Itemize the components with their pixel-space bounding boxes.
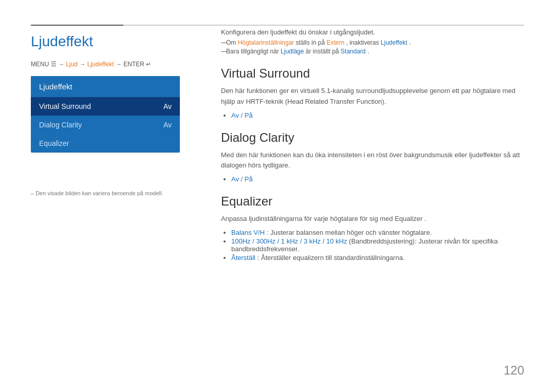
menu-panel-header: Ljudeffekt [31, 76, 180, 97]
top-bar-light-segment [123, 25, 524, 26]
intro-note2-pre: Bara tillgängligt när [226, 48, 281, 55]
menu-icon: ☰ [51, 61, 57, 68]
equalizer-bullet-balans: Balans V/H : Justerar balansen mellan hö… [231, 229, 524, 236]
intro-note2-mid: är inställt på [306, 48, 341, 55]
equalizer-bullet-aterstall: Återställ : Återställer equalizern till … [231, 254, 524, 262]
dialog-clarity-bullet1: Av / På [231, 175, 524, 183]
intro-note1: Om Högtalarinställningar ställs in på Ex… [221, 39, 524, 46]
equalizer-bullets: Balans V/H : Justerar balansen mellan hö… [221, 229, 524, 262]
intro-note2-link2: Standard [341, 48, 366, 55]
dialog-clarity-bullets: Av / På [221, 175, 524, 183]
content-area: Konfigurera den ljudeffekt du önskar i u… [221, 28, 524, 265]
dialog-clarity-av-pa: Av / På [231, 175, 253, 183]
enter-label: ENTER [123, 61, 146, 68]
menu-note: – Den visade bilden kan variera beroende… [31, 190, 163, 196]
menu-label: MENU [31, 61, 51, 68]
intro-note1-mid: ställs in på [295, 39, 326, 46]
equalizer-desc-end: . [424, 215, 427, 222]
balans-text: : Justerar balansen mellan höger och vän… [267, 229, 432, 236]
virtual-surround-bullets: Av / På [221, 111, 524, 119]
aterstall-text: : Återställer equalizern till standardin… [257, 254, 405, 262]
intro-note1-post: , inaktiveras [346, 39, 380, 46]
arrow-3: → [116, 61, 123, 68]
intro-note1-pre: Om [226, 39, 238, 46]
dialog-clarity-title: Dialog Clarity [221, 130, 524, 145]
intro-note1-link1: Högtalarinställningar [238, 39, 294, 46]
intro-note1-link3: Ljudeffekt [381, 39, 408, 46]
arrow-2: → [79, 61, 87, 68]
menu-item-value: Av [163, 102, 172, 110]
balans-link: Balans V/H [231, 229, 265, 236]
page-number: 120 [504, 363, 524, 378]
breadcrumb: MENU ☰ → Ljud → Ljudeffekt → ENTER ↵ [31, 61, 151, 68]
virtual-surround-desc: Den här funktionen ger en virtuell 5.1-k… [221, 86, 524, 107]
aterstall-link: Återställ [231, 254, 255, 262]
equalizer-title: Equalizer [221, 194, 524, 209]
menu-panel: Ljudeffekt Virtual Surround Av Dialog Cl… [31, 76, 180, 153]
intro-note2-link1: Ljudläge [281, 48, 304, 55]
virtual-surround-av-pa: Av / På [231, 111, 253, 119]
arrow-1: → [58, 61, 66, 68]
virtual-surround-title: Virtual Surround [221, 66, 524, 81]
top-bar-dark-segment [31, 25, 123, 26]
intro-note2-end: . [367, 48, 369, 55]
dialog-clarity-desc: Med den här funktionen kan du öka intens… [221, 150, 524, 172]
menu-item-label: Virtual Surround [39, 102, 91, 110]
equalizer-desc: Anpassa ljudinställningarna för varje hö… [221, 214, 524, 225]
freq-link: 100Hz / 300Hz / 1 kHz / 3 kHz / 10 kHz [231, 237, 347, 245]
intro-note2: Bara tillgängligt när Ljudläge är instäl… [221, 48, 524, 55]
intro-line1: Konfigurera den ljudeffekt du önskar i u… [221, 28, 524, 36]
equalizer-bullet-freq: 100Hz / 300Hz / 1 kHz / 3 kHz / 10 kHz (… [231, 237, 524, 253]
menu-item-dialog-clarity[interactable]: Dialog Clarity Av [31, 116, 180, 134]
equalizer-desc-link: Equalizer [395, 215, 422, 222]
page-title: Ljudeffekt [31, 33, 93, 50]
menu-item-equalizer[interactable]: Equalizer [31, 134, 180, 153]
ljudeffekt-link[interactable]: Ljudeffekt [87, 61, 114, 68]
intro-note1-end: . [409, 39, 411, 46]
menu-item-label: Dialog Clarity [39, 121, 82, 129]
menu-item-value: Av [163, 121, 172, 129]
top-bar [31, 25, 524, 26]
ljud-link[interactable]: Ljud [66, 61, 78, 68]
menu-item-virtual-surround[interactable]: Virtual Surround Av [31, 97, 180, 116]
equalizer-desc-pre: Anpassa ljudinställningarna för varje hö… [221, 215, 395, 222]
virtual-surround-bullet1: Av / På [231, 111, 524, 119]
menu-item-label: Equalizer [39, 139, 69, 147]
intro-note1-link2: Extern [326, 39, 344, 46]
enter-icon: ↵ [146, 61, 151, 68]
